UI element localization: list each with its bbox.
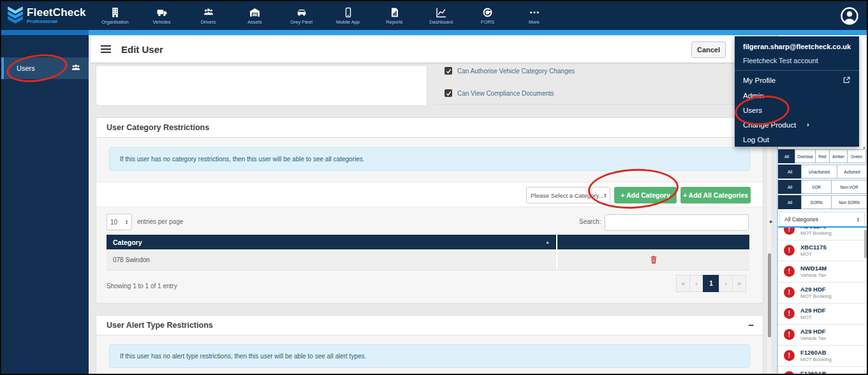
add-category-button[interactable]: + Add Category — [614, 187, 677, 203]
alert-check-icon: ✓ — [784, 371, 795, 375]
filter-sorn[interactable]: SORN — [801, 195, 832, 209]
alert-item[interactable]: ! NWD14M Vehicle Tax — [778, 261, 868, 283]
alert-item[interactable]: ! A29 HDF Vehicle Tax — [778, 325, 868, 346]
alert-item[interactable]: ! A29 HDF MOT Booking — [778, 283, 868, 304]
select-caret-icon: ▲▼ — [125, 219, 128, 224]
nav-label: Grey Fleet — [290, 19, 313, 25]
filter-actioned[interactable]: Actioned — [837, 165, 867, 179]
hamburger-menu-icon[interactable] — [101, 45, 111, 53]
alert-exclamation-icon: ! — [784, 228, 795, 235]
nav-item-more[interactable]: More — [511, 1, 557, 30]
filter-green[interactable]: Green — [847, 149, 866, 163]
column-header-category[interactable]: Category ▲ — [107, 235, 556, 249]
nav-item-reports[interactable]: Reports — [371, 1, 418, 30]
user-category-restrictions-section: User Category Restrictions If this user … — [96, 117, 763, 304]
alert-item[interactable]: ! XBC1175 MOT Booking — [778, 228, 868, 240]
top-nav-items: Organisation Vehicles Drivers Assets Gre… — [92, 1, 557, 30]
table-summary: Showing 1 to 1 of 1 entry — [107, 283, 177, 290]
alert-item[interactable]: ! A29 HDF MOT — [778, 304, 868, 325]
collapse-section-icon[interactable]: − — [748, 320, 754, 330]
report-document-icon — [390, 7, 400, 18]
check-icon — [446, 91, 452, 96]
filter-amber[interactable]: Amber — [829, 149, 848, 163]
pagination-prev[interactable]: ‹ — [689, 275, 703, 292]
alert-list-scrollbar[interactable] — [864, 230, 867, 258]
panel-collapse-icon[interactable]: ▸ — [770, 218, 773, 224]
left-sidebar: Users — [1, 35, 89, 375]
user-avatar-button[interactable] — [840, 6, 859, 26]
nav-label: Assets — [247, 19, 262, 25]
delete-trash-icon[interactable] — [649, 255, 658, 265]
checkbox-checked[interactable] — [445, 67, 452, 75]
alert-type: Vehicle Tax — [800, 272, 826, 278]
filter-non-sorn[interactable]: Non SORN — [831, 195, 867, 209]
menu-item-log-out[interactable]: Log Out — [743, 136, 769, 143]
nav-item-mobile-app[interactable]: Mobile App — [325, 1, 371, 30]
alert-item[interactable]: ! XBC1175 MOT — [778, 240, 868, 261]
fleetcheck-chevrons-icon — [8, 6, 23, 26]
external-link-icon[interactable] — [842, 76, 851, 84]
info-banner: If this user has no category restriction… — [109, 147, 750, 171]
nav-item-drivers[interactable]: Drivers — [185, 1, 232, 30]
section-header: User Alert Type Restrictions − — [96, 316, 763, 335]
alert-type: MOT Booking — [800, 230, 832, 236]
checkbox-checked[interactable] — [445, 89, 452, 97]
filter-overdue[interactable]: Overdue — [795, 149, 816, 163]
nav-item-grey-fleet[interactable]: Grey Fleet — [278, 1, 325, 30]
fleetcheck-logo[interactable]: FleetCheck Professional — [8, 3, 86, 29]
permission-row: Can View Compliance Documents — [445, 89, 554, 97]
entries-per-page-label: entries per page — [137, 218, 183, 225]
nav-item-assets[interactable]: Assets — [232, 1, 278, 30]
vehicle-alert-list: ! XBC1175 MOT Booking ! XBC1175 MOT ! NW… — [778, 228, 868, 375]
cancel-button[interactable]: Cancel — [691, 41, 726, 58]
sidebar-item-users[interactable]: Users — [1, 57, 89, 79]
search-input[interactable] — [605, 214, 749, 231]
filter-all[interactable]: All — [778, 195, 802, 209]
menu-item-users[interactable]: Users — [743, 107, 762, 114]
filter-unactioned[interactable]: Unactioned — [801, 165, 837, 179]
warehouse-icon — [249, 7, 260, 18]
category-select-dropdown[interactable]: Please Select a Category... ▲▼ — [526, 187, 610, 203]
check-icon — [446, 68, 452, 74]
filter-non-vor[interactable]: Non-VOR — [831, 180, 867, 194]
alert-item[interactable]: ✓ F1260AB MOT — [778, 367, 868, 375]
table-row: 078 Swindon — [107, 249, 749, 270]
menu-item-my-profile[interactable]: My Profile — [743, 77, 776, 84]
info-text: If this user has no alert type restricti… — [120, 353, 366, 360]
filter-row-status: All Overdue Red Amber Green — [779, 149, 867, 163]
nav-item-vehicles[interactable]: Vehicles — [138, 1, 185, 30]
vehicle-reg: F1260AB — [800, 370, 827, 375]
filter-all[interactable]: All — [778, 149, 795, 163]
pagination-first[interactable]: « — [676, 275, 690, 292]
add-all-categories-button[interactable]: + Add All Categories — [680, 187, 751, 203]
entries-per-page-select[interactable]: 10 ▲▼ — [107, 214, 132, 230]
nav-item-organisation[interactable]: Organisation — [92, 1, 138, 30]
menu-item-admin[interactable]: Admin — [743, 92, 764, 99]
sort-asc-icon[interactable]: ▲ — [545, 240, 550, 244]
avatar-icon — [840, 6, 859, 26]
pagination-last[interactable]: » — [732, 275, 746, 292]
filter-all[interactable]: All — [778, 180, 802, 194]
nav-item-dashboard[interactable]: Dashboard — [418, 1, 464, 30]
alert-item[interactable]: ! F1260AB MOT Booking — [778, 346, 868, 367]
vehicle-reg: XBC1175 — [800, 244, 827, 251]
info-banner: If this user has no alert type restricti… — [109, 344, 750, 368]
menu-item-change-product[interactable]: Change Product — [743, 121, 796, 129]
submenu-arrow-icon: › — [807, 121, 809, 128]
brand-name: FleetCheck — [27, 7, 86, 18]
alert-type: MOT Booking — [800, 357, 832, 362]
accent-strip — [1, 30, 867, 35]
nav-item-fors[interactable]: FORS — [464, 1, 511, 30]
select-value: Please Select a Category... — [531, 192, 603, 199]
pagination: « ‹ 1 › » — [677, 275, 746, 292]
nav-label: Organisation — [101, 19, 129, 25]
filter-red[interactable]: Red — [815, 149, 830, 163]
all-categories-select[interactable]: All Categories ▲▼ — [779, 212, 865, 226]
table-header-row: Category ▲ — [107, 235, 749, 249]
main-scrollbar-thumb[interactable] — [768, 253, 771, 337]
pagination-page-1[interactable]: 1 — [703, 275, 719, 292]
pagination-next[interactable]: › — [719, 275, 733, 292]
alert-type: MOT — [800, 251, 812, 257]
filter-vor[interactable]: VOR — [801, 180, 832, 194]
filter-all[interactable]: All — [778, 165, 802, 179]
